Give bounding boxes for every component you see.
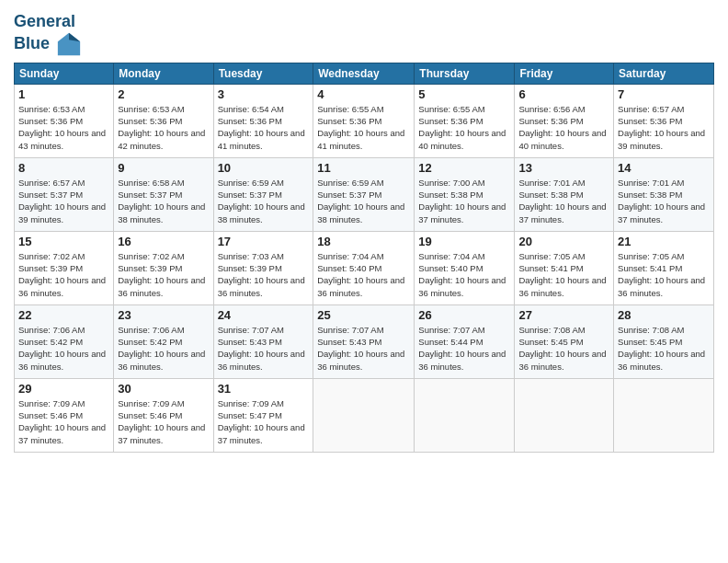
day-number: 16	[118, 235, 209, 248]
day-number: 13	[518, 161, 609, 175]
day-cell: 28 Sunrise: 7:08 AM Sunset: 5:45 PM Dayl…	[614, 304, 714, 378]
day-cell	[614, 378, 714, 452]
day-number: 2	[118, 87, 209, 101]
weekday-sunday: Sunday	[15, 63, 114, 84]
day-number: 30	[118, 382, 209, 396]
day-cell: 22 Sunrise: 7:06 AM Sunset: 5:42 PM Dayl…	[15, 304, 114, 378]
week-row-5: 29 Sunrise: 7:09 AM Sunset: 5:46 PM Dayl…	[15, 378, 714, 452]
day-cell: 16 Sunrise: 7:02 AM Sunset: 5:39 PM Dayl…	[114, 231, 213, 304]
day-cell: 29 Sunrise: 7:09 AM Sunset: 5:46 PM Dayl…	[15, 378, 114, 452]
day-info: Sunrise: 7:00 AM Sunset: 5:38 PM Dayligh…	[418, 177, 510, 225]
day-number: 10	[218, 161, 310, 175]
day-number: 29	[18, 382, 109, 396]
day-number: 1	[18, 87, 109, 101]
day-number: 24	[218, 308, 310, 322]
day-cell: 26 Sunrise: 7:07 AM Sunset: 5:44 PM Dayl…	[415, 304, 515, 378]
day-cell: 18 Sunrise: 7:04 AM Sunset: 5:40 PM Dayl…	[313, 231, 415, 304]
day-info: Sunrise: 6:58 AM Sunset: 5:37 PM Dayligh…	[118, 177, 209, 225]
weekday-monday: Monday	[114, 63, 213, 84]
weekday-wednesday: Wednesday	[313, 63, 415, 84]
day-number: 31	[218, 382, 310, 396]
day-cell: 14 Sunrise: 7:01 AM Sunset: 5:38 PM Dayl…	[614, 157, 714, 231]
week-row-4: 22 Sunrise: 7:06 AM Sunset: 5:42 PM Dayl…	[15, 304, 714, 378]
day-number: 15	[18, 235, 109, 248]
day-cell: 4 Sunrise: 6:55 AM Sunset: 5:36 PM Dayli…	[313, 84, 415, 157]
day-info: Sunrise: 7:05 AM Sunset: 5:41 PM Dayligh…	[518, 250, 609, 299]
day-info: Sunrise: 6:55 AM Sunset: 5:36 PM Dayligh…	[418, 103, 510, 152]
day-info: Sunrise: 7:08 AM Sunset: 5:45 PM Dayligh…	[518, 324, 609, 373]
day-cell: 5 Sunrise: 6:55 AM Sunset: 5:36 PM Dayli…	[415, 84, 515, 157]
day-cell: 20 Sunrise: 7:05 AM Sunset: 5:41 PM Dayl…	[515, 231, 614, 304]
day-cell: 13 Sunrise: 7:01 AM Sunset: 5:38 PM Dayl…	[515, 157, 614, 231]
day-cell: 7 Sunrise: 6:57 AM Sunset: 5:36 PM Dayli…	[614, 84, 714, 157]
day-cell: 9 Sunrise: 6:58 AM Sunset: 5:37 PM Dayli…	[114, 157, 213, 231]
day-number: 27	[518, 308, 609, 322]
day-cell: 3 Sunrise: 6:54 AM Sunset: 5:36 PM Dayli…	[213, 84, 313, 157]
day-number: 28	[618, 308, 710, 322]
day-info: Sunrise: 6:53 AM Sunset: 5:36 PM Dayligh…	[118, 103, 209, 152]
day-number: 6	[518, 87, 609, 101]
day-info: Sunrise: 6:57 AM Sunset: 5:37 PM Dayligh…	[18, 177, 109, 225]
day-number: 14	[618, 161, 710, 175]
day-number: 8	[18, 161, 109, 175]
day-info: Sunrise: 7:06 AM Sunset: 5:42 PM Dayligh…	[118, 324, 209, 373]
week-row-2: 8 Sunrise: 6:57 AM Sunset: 5:37 PM Dayli…	[15, 157, 714, 231]
day-cell: 30 Sunrise: 7:09 AM Sunset: 5:46 PM Dayl…	[114, 378, 213, 452]
day-cell: 2 Sunrise: 6:53 AM Sunset: 5:36 PM Dayli…	[114, 84, 213, 157]
day-info: Sunrise: 7:01 AM Sunset: 5:38 PM Dayligh…	[618, 177, 710, 225]
calendar-table: SundayMondayTuesdayWednesdayThursdayFrid…	[14, 63, 714, 453]
day-cell: 15 Sunrise: 7:02 AM Sunset: 5:39 PM Dayl…	[15, 231, 114, 304]
day-number: 17	[218, 235, 310, 248]
day-info: Sunrise: 6:54 AM Sunset: 5:36 PM Dayligh…	[218, 103, 310, 152]
day-cell: 23 Sunrise: 7:06 AM Sunset: 5:42 PM Dayl…	[114, 304, 213, 378]
day-info: Sunrise: 7:09 AM Sunset: 5:46 PM Dayligh…	[118, 397, 209, 446]
day-number: 22	[18, 308, 109, 322]
day-info: Sunrise: 6:59 AM Sunset: 5:37 PM Dayligh…	[317, 177, 410, 225]
day-info: Sunrise: 6:56 AM Sunset: 5:36 PM Dayligh…	[518, 103, 609, 152]
day-number: 5	[418, 87, 510, 101]
logo-general: General	[14, 12, 75, 30]
day-number: 9	[118, 161, 209, 175]
day-cell: 6 Sunrise: 6:56 AM Sunset: 5:36 PM Dayli…	[515, 84, 614, 157]
day-info: Sunrise: 7:08 AM Sunset: 5:45 PM Dayligh…	[618, 324, 710, 373]
day-info: Sunrise: 7:04 AM Sunset: 5:40 PM Dayligh…	[418, 250, 510, 299]
day-info: Sunrise: 7:07 AM Sunset: 5:44 PM Dayligh…	[418, 324, 510, 373]
day-number: 7	[618, 87, 710, 101]
day-cell	[515, 378, 614, 452]
calendar-body: 1 Sunrise: 6:53 AM Sunset: 5:36 PM Dayli…	[15, 84, 714, 452]
day-cell: 10 Sunrise: 6:59 AM Sunset: 5:37 PM Dayl…	[213, 157, 313, 231]
day-cell: 21 Sunrise: 7:05 AM Sunset: 5:41 PM Dayl…	[614, 231, 714, 304]
day-cell: 1 Sunrise: 6:53 AM Sunset: 5:36 PM Dayli…	[15, 84, 114, 157]
page: General Blue SundayMondayTuesdayWednesda…	[0, 0, 728, 563]
day-cell: 24 Sunrise: 7:07 AM Sunset: 5:43 PM Dayl…	[213, 304, 313, 378]
logo-icon	[56, 31, 82, 57]
day-info: Sunrise: 7:02 AM Sunset: 5:39 PM Dayligh…	[118, 250, 209, 299]
day-cell: 27 Sunrise: 7:08 AM Sunset: 5:45 PM Dayl…	[515, 304, 614, 378]
day-number: 12	[418, 161, 510, 175]
logo: General Blue	[14, 13, 82, 57]
day-cell: 11 Sunrise: 6:59 AM Sunset: 5:37 PM Dayl…	[313, 157, 415, 231]
day-number: 19	[418, 235, 510, 248]
day-number: 18	[317, 235, 410, 248]
day-number: 3	[218, 87, 310, 101]
day-info: Sunrise: 6:55 AM Sunset: 5:36 PM Dayligh…	[317, 103, 410, 152]
day-info: Sunrise: 6:59 AM Sunset: 5:37 PM Dayligh…	[218, 177, 310, 225]
day-number: 4	[317, 87, 410, 101]
day-info: Sunrise: 7:03 AM Sunset: 5:39 PM Dayligh…	[218, 250, 310, 299]
week-row-3: 15 Sunrise: 7:02 AM Sunset: 5:39 PM Dayl…	[15, 231, 714, 304]
weekday-friday: Friday	[515, 63, 614, 84]
weekday-tuesday: Tuesday	[213, 63, 313, 84]
day-number: 23	[118, 308, 209, 322]
day-info: Sunrise: 7:09 AM Sunset: 5:47 PM Dayligh…	[218, 397, 310, 446]
week-row-1: 1 Sunrise: 6:53 AM Sunset: 5:36 PM Dayli…	[15, 84, 714, 157]
day-cell: 12 Sunrise: 7:00 AM Sunset: 5:38 PM Dayl…	[415, 157, 515, 231]
day-info: Sunrise: 7:07 AM Sunset: 5:43 PM Dayligh…	[218, 324, 310, 373]
day-cell: 19 Sunrise: 7:04 AM Sunset: 5:40 PM Dayl…	[415, 231, 515, 304]
day-number: 26	[418, 308, 510, 322]
day-cell	[313, 378, 415, 452]
day-cell: 8 Sunrise: 6:57 AM Sunset: 5:37 PM Dayli…	[15, 157, 114, 231]
header: General Blue	[14, 9, 714, 57]
day-cell: 25 Sunrise: 7:07 AM Sunset: 5:43 PM Dayl…	[313, 304, 415, 378]
day-info: Sunrise: 7:04 AM Sunset: 5:40 PM Dayligh…	[317, 250, 410, 299]
day-cell: 31 Sunrise: 7:09 AM Sunset: 5:47 PM Dayl…	[213, 378, 313, 452]
